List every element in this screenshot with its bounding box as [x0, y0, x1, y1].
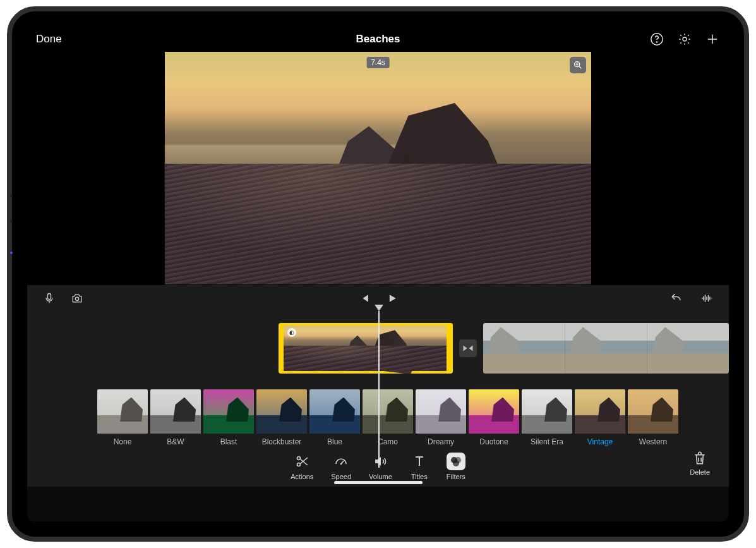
filter-label: Camo	[362, 437, 414, 446]
speaker-icon	[371, 453, 390, 470]
timeline-clip[interactable]	[483, 323, 729, 374]
preview-area: 7.4s	[27, 52, 729, 284]
scissors-icon	[292, 453, 311, 470]
filter-blue[interactable]: Blue	[309, 389, 361, 446]
preview-frame-image	[165, 52, 591, 284]
svg-point-8	[340, 463, 342, 465]
svg-point-2	[683, 37, 687, 41]
delete-button[interactable]: Delete	[690, 450, 710, 476]
filter-label: Dreamy	[415, 437, 467, 446]
speedometer-icon	[332, 453, 351, 470]
filter-thumbnail	[309, 389, 360, 434]
filter-thumbnail	[150, 389, 201, 434]
filter-label: Vintage	[574, 437, 626, 446]
filter-thumbnail	[416, 389, 466, 434]
top-bar: Done Beaches	[27, 27, 729, 52]
help-icon[interactable]	[649, 32, 664, 47]
filter-blast[interactable]: Blast	[203, 389, 255, 446]
filter-label: Silent Era	[521, 437, 573, 446]
playhead-line[interactable]	[378, 311, 380, 468]
trim-handle-right[interactable]	[447, 323, 453, 374]
frame-dot	[10, 220, 13, 222]
frame-dot	[10, 252, 13, 254]
skip-to-start-icon[interactable]	[357, 291, 371, 305]
filter-vintage[interactable]: Vintage	[574, 389, 626, 446]
done-button[interactable]: Done	[36, 33, 62, 46]
svg-point-5	[75, 297, 78, 300]
filter-label: Blue	[309, 437, 361, 446]
tool-label: Speed	[331, 473, 351, 480]
filter-thumbnail	[575, 389, 625, 434]
zoom-preview-icon[interactable]	[570, 57, 586, 73]
filter-dreamy[interactable]: Dreamy	[415, 389, 467, 446]
transition-icon[interactable]	[459, 339, 477, 357]
ipad-device-frame: Done Beaches	[7, 6, 749, 542]
tool-label: Actions	[291, 473, 313, 480]
filter-label: None	[97, 437, 148, 446]
timeline-clip-selected[interactable]: ◐	[279, 323, 453, 374]
filter-thumbnail	[256, 389, 307, 434]
audio-waveform-icon[interactable]	[700, 291, 714, 305]
filter-label: Western	[627, 437, 679, 446]
clip-duration-badge: 7.4s	[366, 57, 390, 68]
volume-tool[interactable]: Volume	[369, 453, 392, 480]
svg-point-1	[656, 42, 657, 42]
topbar-right	[649, 32, 720, 47]
voiceover-mic-icon[interactable]	[42, 291, 56, 305]
tool-label: Titles	[411, 473, 428, 480]
tool-label: Volume	[369, 473, 392, 480]
timeline[interactable]: ◐	[27, 311, 729, 386]
home-indicator[interactable]	[334, 481, 423, 484]
speed-tool[interactable]: Speed	[331, 453, 351, 480]
undo-icon[interactable]	[669, 291, 683, 305]
filter-label: Duotone	[468, 437, 520, 446]
trash-icon	[692, 450, 708, 466]
filter-label: Blast	[203, 437, 255, 446]
filter-thumbnail	[203, 389, 254, 434]
titles-tool[interactable]: Titles	[410, 453, 429, 480]
filters-tool[interactable]: Filters	[447, 453, 465, 480]
actions-tool[interactable]: Actions	[291, 453, 313, 480]
playhead-marker-icon	[375, 305, 383, 311]
camera-icon[interactable]	[70, 291, 84, 305]
frame-dot	[10, 195, 13, 197]
filter-thumbnail	[97, 389, 148, 434]
delete-label: Delete	[690, 468, 710, 476]
svg-point-11	[453, 460, 459, 466]
filter-western[interactable]: Western	[627, 389, 679, 446]
filter-camo[interactable]: Camo	[362, 389, 414, 446]
app-screen: Done Beaches	[27, 27, 729, 521]
filter-thumbnail	[628, 389, 678, 434]
svg-rect-4	[48, 293, 51, 299]
filter-blockbuster[interactable]: Blockbuster	[256, 389, 308, 446]
filter-duotone[interactable]: Duotone	[468, 389, 520, 446]
video-preview[interactable]: 7.4s	[165, 52, 591, 284]
play-icon[interactable]	[385, 291, 399, 305]
project-title: Beaches	[27, 33, 729, 46]
filter-thumbnail	[522, 389, 572, 434]
filter-label: B&W	[150, 437, 201, 446]
filter-thumbnail	[469, 389, 519, 434]
filter-thumbnail	[363, 389, 413, 434]
filter-b&w[interactable]: B&W	[150, 389, 201, 446]
filter-label: Blockbuster	[256, 437, 308, 446]
clip-filter-indicator-icon: ◐	[287, 328, 296, 337]
filters-icon	[447, 453, 465, 470]
add-media-icon[interactable]	[705, 32, 720, 47]
tool-label: Filters	[447, 473, 465, 480]
text-icon	[410, 453, 429, 470]
settings-gear-icon[interactable]	[677, 32, 692, 47]
filter-none[interactable]: None	[97, 389, 148, 446]
filter-silent-era[interactable]: Silent Era	[521, 389, 573, 446]
